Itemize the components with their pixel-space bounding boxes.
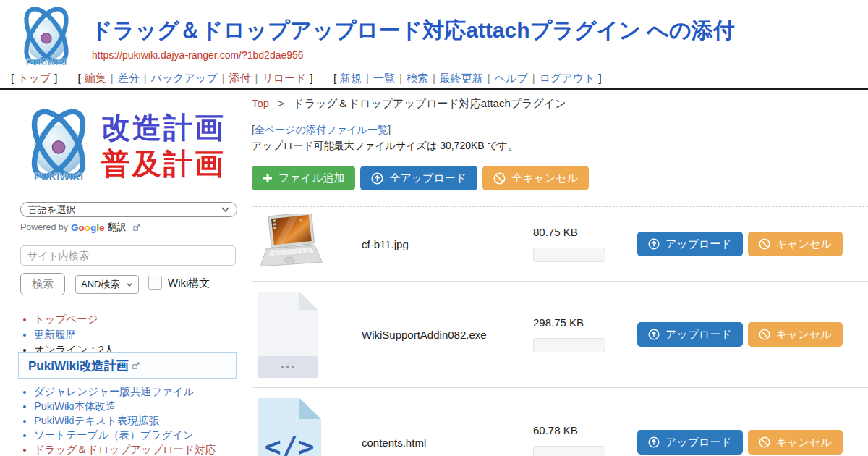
upload-file-list: 8 cf-b11.jpg 80.75 KB アップロード <box>252 206 868 456</box>
file-size: 80.75 KB <box>533 226 627 238</box>
breadcrumb-current: ドラッグ＆ドロップアップロード対応attachプラグイン <box>293 97 566 109</box>
slogan-line2: 普及計画 <box>101 145 226 182</box>
upload-all-button[interactable]: 全アップロード <box>360 166 477 190</box>
nav-link-reload[interactable]: リロード <box>262 72 306 84</box>
nav-link-help[interactable]: ヘルプ <box>495 72 528 84</box>
header-divider <box>0 88 868 90</box>
upload-icon <box>648 238 660 250</box>
upload-progress-bar <box>533 338 605 352</box>
language-select[interactable]: 言語を選択 <box>20 202 237 217</box>
cancel-icon <box>759 329 770 340</box>
file-name: WikiSupportAddin082.exe <box>362 329 487 341</box>
sidebar-heading-pukiwiki-kaizou[interactable]: PukiWiki改造計画 <box>18 352 237 379</box>
file-row: </> contents.html 60.78 KB アップロード キャンセル <box>252 387 868 456</box>
file-name: contents.html <box>362 436 426 449</box>
nav-link-attach[interactable]: 添付 <box>229 72 251 84</box>
sidebar-item-dragdrop-attach[interactable]: ドラッグ＆ドロップアップロード対応attachプラグイン <box>34 443 244 456</box>
nav-group-site: [新規|一覧|検索|最終更新|ヘルプ|ログアウト] <box>330 72 605 84</box>
cancel-icon <box>759 436 770 448</box>
upload-progress-bar <box>533 446 605 456</box>
upload-icon <box>648 436 660 448</box>
sidebar-item-common-files[interactable]: ダジャレンジャー版共通ファイル <box>34 385 244 399</box>
cancel-button[interactable]: キャンセル <box>748 322 843 347</box>
file-row-actions: アップロード キャンセル <box>637 232 843 256</box>
nav-link-diff[interactable]: 差分 <box>118 72 140 84</box>
pukiwiki-attach-page: PUKIWIKI ドラッグ＆ドロップアップロード対応attachプラグイン への… <box>0 0 868 456</box>
search-button[interactable]: 検索 <box>20 273 65 295</box>
nav-link-backup[interactable]: バックアップ <box>151 72 218 84</box>
nav-link-edit[interactable]: 編集 <box>85 72 106 84</box>
sidebar-logo-slogan: 改造計画 普及計画 <box>101 109 226 182</box>
file-size-box: 80.75 KB <box>533 226 627 262</box>
search-mode-select[interactable]: AND検索 <box>75 275 139 294</box>
cancel-all-icon <box>493 172 506 185</box>
language-select-value: 言語を選択 <box>28 203 75 216</box>
attach-file-list-link[interactable]: 全ページの添付ファイル一覧 <box>255 124 388 135</box>
file-row-actions: アップロード キャンセル <box>637 430 843 455</box>
file-row-actions: アップロード キャンセル <box>637 322 843 347</box>
svg-text:PUKIWIKI: PUKIWIKI <box>34 171 83 182</box>
file-row: WikiSupportAddin082.exe 298.75 KB アップロード… <box>252 281 868 387</box>
wiki-syntax-label: Wiki構文 <box>168 276 210 290</box>
attach-file-list-line: [全ページの添付ファイル一覧] <box>252 124 391 137</box>
nav-link-recent[interactable]: 最終更新 <box>440 72 483 84</box>
pukiwiki-logo[interactable]: PUKIWIKI <box>12 3 81 71</box>
chevron-down-icon <box>221 207 229 212</box>
svg-text:</>: </> <box>265 431 315 456</box>
external-link-icon <box>132 362 140 370</box>
slogan-line1: 改造計画 <box>101 109 226 145</box>
cancel-icon <box>759 238 770 250</box>
powered-by-label: Powered by <box>20 222 68 232</box>
atom-logo-icon: PUKIWIKI <box>12 3 81 71</box>
plus-icon <box>263 173 273 183</box>
svg-text:PUKIWIKI: PUKIWIKI <box>26 57 67 67</box>
nav-link-top[interactable]: トップ <box>17 72 51 84</box>
google-translate-attribution: Powered by Google 翻訳 <box>20 221 140 234</box>
file-row: 8 cf-b11.jpg 80.75 KB アップロード <box>252 206 868 281</box>
sidebar-atom-logo-icon: PUKIWIKI <box>16 104 101 187</box>
wiki-syntax-checkbox[interactable] <box>148 276 162 290</box>
page-url: https://pukiwiki.dajya-ranger.com/?1bd2d… <box>92 49 304 61</box>
file-size: 60.78 KB <box>533 424 627 436</box>
sidebar-item-core-mod[interactable]: PukiWiki本体改造 <box>34 400 244 413</box>
breadcrumb-home[interactable]: Top <box>252 97 269 109</box>
code-file-icon: </> <box>256 397 323 456</box>
upload-toolbar: ファイル追加 全アップロード 全キャンセル <box>252 166 589 190</box>
sidebar-quick-links: トップページ 更新履歴 オンライン：2人 <box>20 312 244 358</box>
nav-group-top: [トップ] <box>7 72 61 84</box>
add-file-button[interactable]: ファイル追加 <box>252 166 355 190</box>
cancel-button[interactable]: キャンセル <box>748 232 843 256</box>
nav-link-logout[interactable]: ログアウト <box>540 72 595 84</box>
sidebar-plugin-links: ダジャレンジャー版共通ファイル PukiWiki本体改造 PukiWikiテキス… <box>20 385 244 456</box>
sidebar-logo[interactable]: PUKIWIKI 改造計画 普及計画 <box>16 104 240 187</box>
site-search-input[interactable] <box>20 245 236 266</box>
translate-label[interactable]: 翻訳 <box>108 221 127 234</box>
max-upload-size-text: アップロード可能最大ファイルサイズは 30,720KB です。 <box>252 140 518 153</box>
nav-group-page: [編集|差分|バックアップ|添付|リロード] <box>75 72 317 84</box>
upload-icon <box>648 329 660 340</box>
sidebar-item-text-extension[interactable]: PukiWikiテキスト表現拡張 <box>34 414 244 428</box>
sidebar-item-update-history[interactable]: 更新履歴 <box>34 327 244 342</box>
search-mode-value: AND検索 <box>81 278 119 291</box>
file-size: 298.75 KB <box>533 316 627 329</box>
chevron-down-icon <box>126 282 133 287</box>
page-title: ドラッグ＆ドロップアップロード対応attachプラグイン への添付 <box>90 16 735 46</box>
cancel-all-button[interactable]: 全キャンセル <box>482 166 589 190</box>
google-logo: Google <box>71 222 105 233</box>
upload-button[interactable]: アップロード <box>637 322 743 347</box>
laptop-photo-thumbnail: 8 <box>256 214 325 274</box>
file-name: cf-b11.jpg <box>362 238 409 250</box>
nav-link-search[interactable]: 検索 <box>407 72 428 84</box>
external-link-icon <box>132 224 140 232</box>
upload-progress-bar <box>533 248 605 262</box>
nav-link-new[interactable]: 新規 <box>340 72 362 84</box>
nav-link-list[interactable]: 一覧 <box>373 72 395 84</box>
top-navigation: [トップ] [編集|差分|バックアップ|添付|リロード] [新規|一覧|検索|最… <box>7 72 616 85</box>
cancel-button[interactable]: キャンセル <box>748 430 843 455</box>
sidebar-item-sort-table[interactable]: ソートテーブル（表）プラグイン <box>34 428 244 442</box>
sidebar-item-top-page[interactable]: トップページ <box>34 312 244 326</box>
generic-file-icon <box>256 290 320 379</box>
upload-button[interactable]: アップロード <box>637 232 743 256</box>
file-size-box: 298.75 KB <box>533 316 627 352</box>
upload-button[interactable]: アップロード <box>637 430 743 455</box>
